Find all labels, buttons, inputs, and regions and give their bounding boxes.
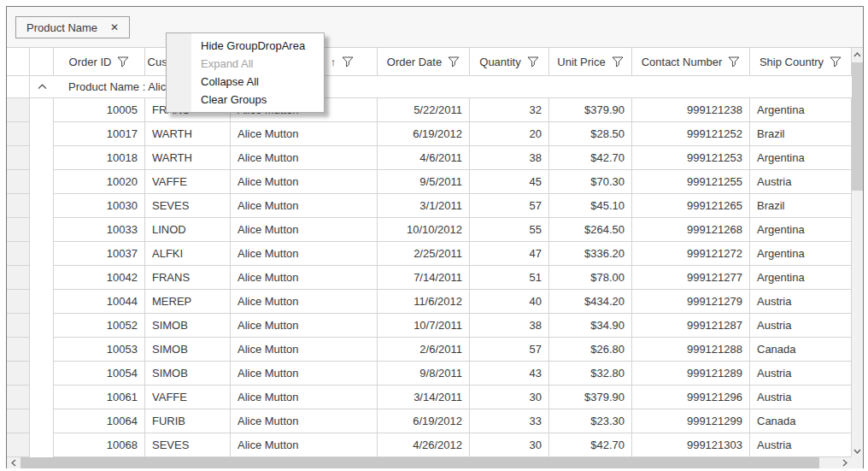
cell-customer-id[interactable]: FURIB xyxy=(145,409,231,433)
cell-product-name[interactable]: Alice Mutton xyxy=(231,146,378,170)
cell-quantity[interactable]: 38 xyxy=(470,146,549,170)
cell-quantity[interactable]: 51 xyxy=(470,266,549,290)
cell-product-name[interactable]: Alice Mutton xyxy=(231,242,378,266)
cell-ship-country[interactable]: Argentina xyxy=(750,242,852,266)
cell-order-date[interactable]: 6/19/2012 xyxy=(378,122,470,146)
table-row[interactable]: 10044MEREPAlice Mutton11/6/201240$434.20… xyxy=(7,290,852,314)
cell-quantity[interactable]: 32 xyxy=(470,98,549,122)
close-icon[interactable]: ✕ xyxy=(110,21,119,33)
table-row[interactable]: 10005FRANSAlice Mutton5/22/201132$379.90… xyxy=(7,98,852,122)
cell-order-id[interactable]: 10054 xyxy=(54,362,145,386)
column-header-quantity[interactable]: Quantity xyxy=(470,48,549,76)
horizontal-scroll-thumb[interactable] xyxy=(21,457,819,468)
filter-icon[interactable] xyxy=(612,56,624,68)
cell-order-id[interactable]: 10037 xyxy=(54,242,145,266)
cell-order-date[interactable]: 2/6/2011 xyxy=(378,338,470,362)
cell-order-date[interactable]: 9/5/2011 xyxy=(378,170,470,194)
cell-customer-id[interactable]: ALFKI xyxy=(145,242,231,266)
table-row[interactable]: 10052SIMOBAlice Mutton10/7/201138$34.909… xyxy=(7,314,852,338)
cell-product-name[interactable]: Alice Mutton xyxy=(231,122,378,146)
cell-customer-id[interactable]: VAFFE xyxy=(145,386,231,409)
cell-quantity[interactable]: 38 xyxy=(470,314,549,338)
cell-quantity[interactable]: 43 xyxy=(470,362,549,386)
table-row[interactable]: 10068SEVESAlice Mutton4/26/201230$42.709… xyxy=(7,433,852,457)
cell-ship-country[interactable]: Austria xyxy=(750,362,852,386)
cell-unit-price[interactable]: $32.80 xyxy=(549,362,632,386)
cell-unit-price[interactable]: $42.70 xyxy=(549,433,632,457)
cell-contact-number[interactable]: 999121238 xyxy=(632,98,750,122)
cell-order-date[interactable]: 2/25/2011 xyxy=(378,242,470,266)
cell-product-name[interactable]: Alice Mutton xyxy=(231,433,378,457)
cell-contact-number[interactable]: 999121253 xyxy=(632,146,750,170)
cell-customer-id[interactable]: WARTH xyxy=(145,146,231,170)
row-header-cell[interactable] xyxy=(7,266,30,290)
row-header-cell[interactable] xyxy=(7,170,30,194)
filter-icon[interactable] xyxy=(448,56,460,68)
cell-unit-price[interactable]: $23.30 xyxy=(549,409,632,433)
cell-contact-number[interactable]: 999121255 xyxy=(632,170,750,194)
cell-contact-number[interactable]: 999121277 xyxy=(632,266,750,290)
cell-order-date[interactable]: 11/6/2012 xyxy=(378,290,470,314)
scroll-right-arrow-icon[interactable] xyxy=(838,457,852,468)
cell-order-date[interactable]: 4/26/2012 xyxy=(378,433,470,457)
cell-contact-number[interactable]: 999121296 xyxy=(632,386,750,409)
column-header-order-date[interactable]: Order Date xyxy=(378,48,470,76)
row-header-cell[interactable] xyxy=(7,218,30,242)
cell-unit-price[interactable]: $34.90 xyxy=(549,314,632,338)
cell-contact-number[interactable]: 999121252 xyxy=(632,122,750,146)
cell-order-id[interactable]: 10030 xyxy=(54,194,145,218)
row-header-cell[interactable] xyxy=(7,338,30,362)
row-header-cell[interactable] xyxy=(7,242,30,266)
cell-unit-price[interactable]: $78.00 xyxy=(549,266,632,290)
cell-unit-price[interactable]: $336.20 xyxy=(549,242,632,266)
cell-contact-number[interactable]: 999121303 xyxy=(632,433,750,457)
cell-ship-country[interactable]: Austria xyxy=(750,386,852,409)
table-row[interactable]: 10064FURIBAlice Mutton6/19/201233$23.309… xyxy=(7,409,852,433)
cell-customer-id[interactable]: SIMOB xyxy=(145,362,231,386)
cell-ship-country[interactable]: Austria xyxy=(750,433,852,457)
cell-ship-country[interactable]: Argentina xyxy=(750,218,852,242)
cell-order-id[interactable]: 10042 xyxy=(54,266,145,290)
vertical-scroll-thumb[interactable] xyxy=(852,62,863,191)
cell-order-date[interactable]: 6/19/2012 xyxy=(378,409,470,433)
cell-order-date[interactable]: 4/6/2011 xyxy=(378,146,470,170)
cell-ship-country[interactable]: Austria xyxy=(750,170,852,194)
cell-contact-number[interactable]: 999121287 xyxy=(632,314,750,338)
cell-quantity[interactable]: 47 xyxy=(470,242,549,266)
menu-item-clear-groups[interactable]: Clear Groups xyxy=(167,91,324,109)
cell-product-name[interactable]: Alice Mutton xyxy=(231,290,378,314)
cell-contact-number[interactable]: 999121272 xyxy=(632,242,750,266)
column-header-ship-country[interactable]: Ship Country xyxy=(750,48,852,76)
vertical-scrollbar[interactable] xyxy=(852,48,863,468)
cell-product-name[interactable]: Alice Mutton xyxy=(231,362,378,386)
cell-contact-number[interactable]: 999121289 xyxy=(632,362,750,386)
cell-quantity[interactable]: 57 xyxy=(470,194,549,218)
cell-order-id[interactable]: 10053 xyxy=(54,338,145,362)
cell-unit-price[interactable]: $28.50 xyxy=(549,122,632,146)
filter-icon[interactable] xyxy=(728,56,740,68)
cell-order-date[interactable]: 10/7/2011 xyxy=(378,314,470,338)
cell-order-date[interactable]: 3/1/2011 xyxy=(378,194,470,218)
cell-order-id[interactable]: 10064 xyxy=(54,409,145,433)
cell-product-name[interactable]: Alice Mutton xyxy=(231,338,378,362)
cell-product-name[interactable]: Alice Mutton xyxy=(231,314,378,338)
table-row[interactable]: 10053SIMOBAlice Mutton2/6/201157$26.8099… xyxy=(7,338,852,362)
cell-customer-id[interactable]: SEVES xyxy=(145,433,231,457)
cell-order-id[interactable]: 10052 xyxy=(54,314,145,338)
cell-order-date[interactable]: 3/14/2011 xyxy=(378,386,470,409)
cell-quantity[interactable]: 30 xyxy=(470,433,549,457)
cell-order-date[interactable]: 10/10/2012 xyxy=(378,218,470,242)
cell-contact-number[interactable]: 999121299 xyxy=(632,409,750,433)
cell-quantity[interactable]: 30 xyxy=(470,386,549,409)
row-header-cell[interactable] xyxy=(7,314,30,338)
cell-ship-country[interactable]: Canada xyxy=(750,338,852,362)
row-header-cell[interactable] xyxy=(7,122,30,146)
cell-product-name[interactable]: Alice Mutton xyxy=(231,170,378,194)
cell-product-name[interactable]: Alice Mutton xyxy=(231,266,378,290)
cell-order-id[interactable]: 10005 xyxy=(54,98,145,122)
column-header-contact-number[interactable]: Contact Number xyxy=(632,48,750,76)
row-header-cell[interactable] xyxy=(7,146,30,170)
cell-ship-country[interactable]: Brazil xyxy=(750,122,852,146)
cell-customer-id[interactable]: SIMOB xyxy=(145,338,231,362)
group-caption-row[interactable]: Product Name : Alice xyxy=(7,76,852,98)
